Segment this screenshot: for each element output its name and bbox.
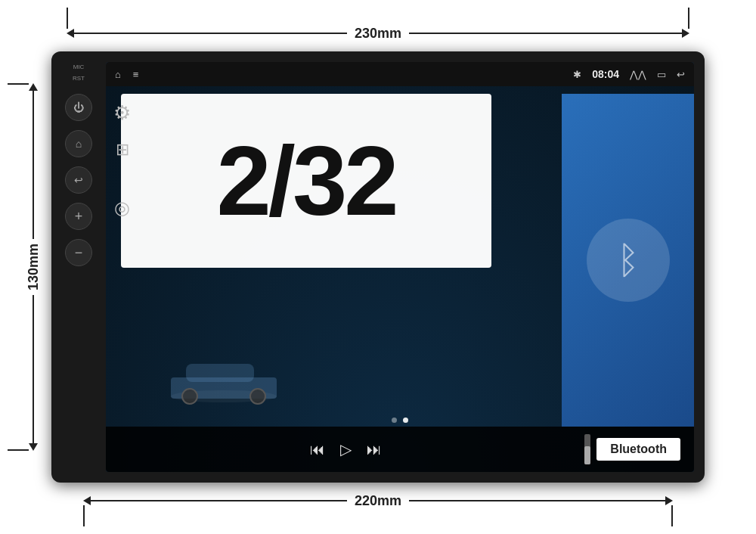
car-unit-device: MIC RST ⏻ ⌂ ↩ + − ⌂ ≡ ✱ 08:04 ⋀⋀ ▭ ↩ [51, 51, 705, 483]
rst-label: RST [73, 75, 85, 82]
status-left: ⌂ ≡ [115, 69, 138, 80]
apps-icon[interactable]: ⊞ [116, 140, 129, 160]
play-button[interactable]: ▷ [340, 440, 352, 458]
bluetooth-symbol: ᛒ [617, 238, 640, 282]
top-measurement: 230mm [67, 26, 689, 41]
tick-bottom-right [671, 505, 673, 526]
power-button[interactable]: ⏻ [65, 94, 92, 121]
screen-body: ⚙ ⊞ ◎ ᛒ 2/32 [106, 86, 694, 472]
bluetooth-button[interactable]: Bluetooth [596, 438, 680, 461]
right-blue-panel: ᛒ [562, 94, 694, 427]
settings-icon[interactable]: ⚙ [113, 101, 131, 125]
window-icon: ▭ [657, 69, 666, 80]
progress-bar[interactable] [584, 434, 590, 464]
navigation-icon[interactable]: ◎ [114, 197, 130, 219]
left-button-strip: MIC RST ⏻ ⌂ ↩ + − [51, 51, 106, 483]
bottom-control-bar: ⏮ ▷ ⏭ Bluetooth [106, 427, 694, 472]
bluetooth-icon: ✱ [573, 69, 581, 80]
arrow-right-icon [665, 496, 673, 505]
media-controls: ⏮ ▷ ⏭ [113, 440, 578, 458]
car-svg [163, 347, 284, 408]
measurement-line-v1 [33, 91, 34, 239]
svg-point-4 [250, 389, 265, 404]
arrow-left-icon [67, 29, 74, 38]
status-time: 08:04 [592, 68, 619, 80]
measurement-line [91, 500, 347, 501]
signal-icon: ⋀⋀ [630, 69, 646, 80]
progress-fill [584, 446, 590, 464]
side-measurement: 130mm [26, 83, 41, 451]
bluetooth-circle: ᛒ [587, 219, 670, 302]
minus-button[interactable]: − [65, 239, 92, 266]
home-button[interactable]: ⌂ [65, 130, 92, 157]
add-button[interactable]: + [65, 203, 92, 230]
measurement-line-v2 [33, 295, 34, 443]
status-bar: ⌂ ≡ ✱ 08:04 ⋀⋀ ▭ ↩ [106, 62, 694, 86]
main-screen: ⌂ ≡ ✱ 08:04 ⋀⋀ ▭ ↩ ⚙ ⊞ ◎ ᛒ [106, 62, 694, 472]
measurement-line [74, 33, 347, 34]
overlay-panel: 2/32 [121, 94, 491, 268]
mic-label: MIC [73, 64, 85, 70]
dot-2 [403, 418, 408, 423]
back-button[interactable]: ↩ [65, 166, 92, 194]
page-dots [392, 418, 408, 423]
next-button[interactable]: ⏭ [367, 441, 382, 458]
dot-1 [392, 418, 397, 423]
top-measurement-label: 230mm [347, 26, 409, 42]
svg-rect-2 [186, 364, 254, 382]
arrow-left-icon [83, 496, 91, 505]
arrow-down-icon [29, 443, 38, 451]
prev-button[interactable]: ⏮ [310, 441, 325, 458]
screen-sidebar: ⚙ ⊞ ◎ [113, 101, 131, 219]
home-icon: ⌂ [115, 69, 121, 80]
measurement-line-right [409, 500, 665, 501]
overlay-text: 2/32 [216, 132, 395, 230]
status-right: ✱ 08:04 ⋀⋀ ▭ ↩ [573, 68, 685, 80]
car-area [106, 328, 341, 427]
measurement-line-right [409, 33, 682, 34]
back-icon: ↩ [677, 69, 685, 80]
menu-icon: ≡ [133, 69, 139, 80]
bottom-measurement-label: 220mm [347, 493, 409, 509]
bottom-measurement: 220mm [83, 493, 673, 508]
arrow-up-icon [29, 83, 38, 91]
arrow-right-icon [682, 29, 689, 38]
side-measurement-label: 130mm [26, 239, 42, 295]
tick-bottom-left [83, 505, 85, 526]
svg-point-3 [182, 389, 197, 404]
